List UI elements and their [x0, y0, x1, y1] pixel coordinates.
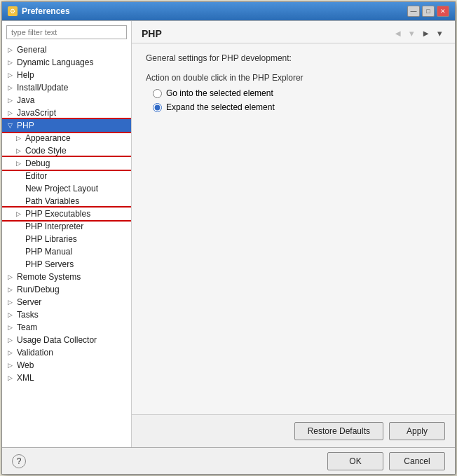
expand-arrow [16, 261, 23, 268]
tree-label: JavaScript [17, 108, 56, 118]
tree-item-help[interactable]: ▷ Help [2, 69, 131, 81]
tree-item-php-code-style[interactable]: ▷ Code Style [2, 144, 131, 157]
tree-item-php[interactable]: ▽ PHP [2, 119, 131, 132]
tree-label: General [17, 45, 47, 55]
preferences-dialog: ⚙ Preferences — □ ✕ ▷ General ▷ Dynamic … [1, 1, 456, 475]
radio-label-go-into: Go into the selected element [166, 88, 273, 98]
right-panel: PHP ◄ ▾ ► ▾ General settings for PHP dev… [132, 21, 455, 447]
tree-label: PHP Executables [25, 209, 90, 219]
tree-item-javascript[interactable]: ▷ JavaScript [2, 107, 131, 119]
tree-label: Dynamic Languages [17, 57, 93, 67]
expand-arrow: ▷ [8, 273, 15, 280]
maximize-button[interactable]: □ [422, 6, 435, 17]
tree-item-php-servers[interactable]: PHP Servers [2, 258, 131, 271]
title-buttons: — □ ✕ [407, 6, 449, 17]
expand-arrow: ▷ [8, 109, 15, 116]
expand-arrow: ▷ [8, 336, 15, 344]
expand-arrow: ▷ [8, 72, 15, 79]
tree-label: Remote Systems [17, 272, 81, 282]
forward-button[interactable]: ► [418, 27, 433, 40]
radio-group: Go into the selected element Expand the … [146, 88, 441, 112]
tree-label: New Project Layout [25, 184, 98, 193]
help-button[interactable]: ? [12, 454, 26, 468]
radio-go-into[interactable] [153, 89, 162, 98]
expand-arrow: ▽ [8, 122, 15, 129]
nav-arrows: ◄ ▾ ► ▾ [390, 27, 445, 40]
tree-label: Java [17, 95, 34, 105]
tree-item-php-new-project-layout[interactable]: New Project Layout [2, 182, 131, 195]
tree-item-php-debug[interactable]: ▷ Debug [2, 157, 131, 170]
tree-label: Code Style [25, 146, 67, 156]
expand-arrow: ▷ [8, 311, 15, 318]
tree-item-java[interactable]: ▷ Java [2, 94, 131, 107]
expand-arrow: ▷ [8, 59, 15, 66]
tree-label: PHP Libraries [25, 234, 77, 244]
restore-defaults-button[interactable]: Restore Defaults [294, 422, 383, 440]
tree-label: Usage Data Collector [17, 335, 97, 345]
tree-item-run-debug[interactable]: ▷ Run/Debug [2, 283, 131, 296]
tree-item-php-executables[interactable]: ▷ PHP Executables [2, 208, 131, 220]
title-bar: ⚙ Preferences — □ ✕ [2, 2, 455, 20]
expand-arrow [16, 223, 23, 230]
tree-item-install-update[interactable]: ▷ Install/Update [2, 81, 131, 94]
dialog-title: Preferences [22, 6, 70, 16]
tree-label: Appearance [25, 133, 71, 143]
expand-arrow: ▷ [8, 324, 15, 331]
right-content: General settings for PHP development: Ac… [132, 43, 455, 414]
footer-buttons: OK Cancel [327, 452, 445, 470]
tree-area: ▷ General ▷ Dynamic Languages ▷ Help ▷ I… [2, 43, 131, 447]
expand-arrow [16, 172, 23, 179]
filter-input[interactable] [6, 25, 127, 39]
tree-item-php-appearance[interactable]: ▷ Appearance [2, 132, 131, 144]
expand-arrow: ▷ [8, 286, 15, 293]
expand-arrow: ▷ [16, 135, 23, 142]
expand-arrow: ▷ [8, 46, 15, 53]
tree-item-server[interactable]: ▷ Server [2, 296, 131, 308]
radio-row-go-into: Go into the selected element [153, 88, 441, 98]
footer: ? OK Cancel [2, 447, 455, 474]
content-area: ▷ General ▷ Dynamic Languages ▷ Help ▷ I… [2, 20, 455, 447]
tree-item-php-path-variables[interactable]: Path Variables [2, 195, 131, 208]
bottom-buttons: Restore Defaults Apply [132, 414, 455, 447]
tree-item-web[interactable]: ▷ Web [2, 359, 131, 372]
tree-item-general[interactable]: ▷ General [2, 43, 131, 56]
tree-item-xml[interactable]: ▷ XML [2, 372, 131, 384]
tree-item-tasks[interactable]: ▷ Tasks [2, 308, 131, 321]
tree-item-php-interpreter[interactable]: PHP Interpreter [2, 220, 131, 233]
tree-label: PHP Manual [25, 247, 72, 257]
ok-button[interactable]: OK [327, 452, 383, 470]
title-bar-left: ⚙ Preferences [8, 6, 70, 16]
cancel-button[interactable]: Cancel [389, 452, 445, 470]
tree-item-validation[interactable]: ▷ Validation [2, 346, 131, 359]
expand-arrow [16, 236, 23, 243]
tree-item-usage-data-collector[interactable]: ▷ Usage Data Collector [2, 334, 131, 346]
radio-row-expand: Expand the selected element [153, 102, 441, 112]
dialog-icon: ⚙ [8, 6, 18, 16]
tree-label: XML [17, 373, 34, 383]
close-button[interactable]: ✕ [437, 6, 449, 17]
back-button[interactable]: ◄ [390, 27, 405, 40]
expand-arrow [16, 198, 23, 205]
expand-arrow: ▷ [8, 374, 15, 381]
tree-item-remote-systems[interactable]: ▷ Remote Systems [2, 271, 131, 283]
expand-arrow: ▷ [8, 97, 15, 104]
tree-item-php-libraries[interactable]: PHP Libraries [2, 233, 131, 245]
expand-arrow [16, 185, 23, 192]
tree-item-dynamic-languages[interactable]: ▷ Dynamic Languages [2, 56, 131, 69]
expand-arrow [16, 248, 23, 255]
expand-arrow: ▷ [8, 362, 15, 369]
minimize-button[interactable]: — [407, 6, 420, 17]
back-dropdown-button[interactable]: ▾ [407, 27, 417, 40]
tree-label: Web [17, 360, 34, 370]
right-header: PHP ◄ ▾ ► ▾ [132, 21, 455, 43]
left-panel: ▷ General ▷ Dynamic Languages ▷ Help ▷ I… [2, 21, 132, 447]
forward-dropdown-button[interactable]: ▾ [435, 27, 445, 40]
tree-item-php-editor[interactable]: Editor [2, 170, 131, 182]
tree-label: Run/Debug [17, 285, 60, 294]
tree-item-team[interactable]: ▷ Team [2, 321, 131, 334]
tree-label: Validation [17, 348, 53, 358]
tree-item-php-manual[interactable]: PHP Manual [2, 245, 131, 258]
radio-expand[interactable] [153, 103, 162, 112]
expand-arrow: ▷ [8, 349, 15, 356]
apply-button[interactable]: Apply [389, 422, 445, 440]
